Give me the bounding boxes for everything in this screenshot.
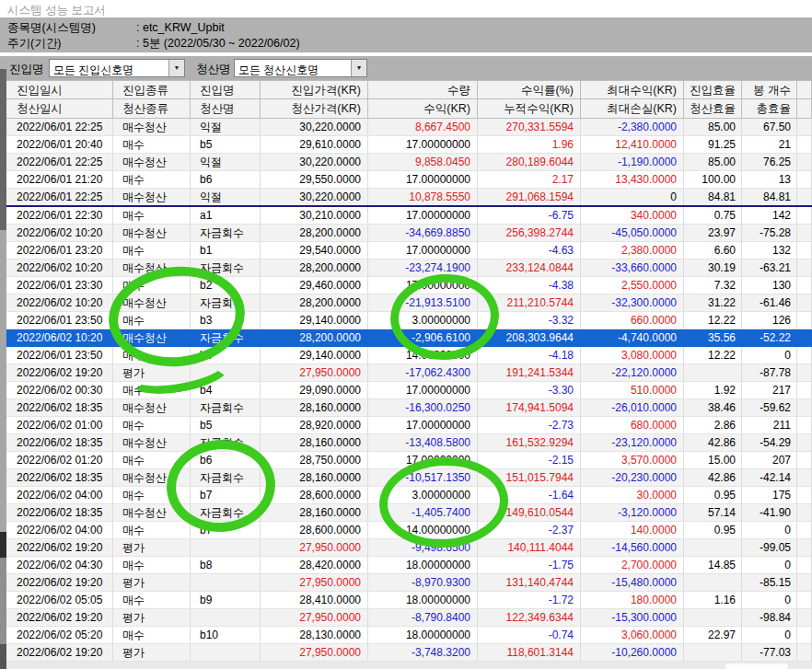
column-header[interactable]: 청산일시 xyxy=(6,99,113,119)
table-cell: 175 xyxy=(742,487,797,504)
table-row[interactable]: 2022/06/02 10:20매수청산자금회수28,200.0000-2,90… xyxy=(6,329,812,347)
table-row[interactable]: 2022/06/01 23:30매수b229,460.000017.000000… xyxy=(6,277,812,294)
table-row[interactable]: 2022/06/02 18:35매수청산자금회수28,160.0000-1,40… xyxy=(6,504,812,522)
table-cell xyxy=(797,329,812,347)
table-row[interactable]: 2022/06/02 10:20매수청산자금회수28,200.0000-34,6… xyxy=(6,225,812,242)
table-row[interactable]: 2022/06/01 22:30매수a130,210.000017.000000… xyxy=(6,207,812,225)
column-header[interactable]: 최대수익(KR) xyxy=(581,80,684,99)
table-cell: 3,570.0000 xyxy=(581,452,684,469)
table-cell: 57.14 xyxy=(684,504,742,522)
table-row[interactable]: 2022/06/02 19:20평가27,950.0000-8,970.9300… xyxy=(6,574,812,592)
table-cell: 510.0000 xyxy=(581,382,684,399)
column-header[interactable]: 청산가격(KR) xyxy=(261,99,368,119)
table-row[interactable]: 2022/06/02 18:35매수청산자금회수28,160.0000-10,5… xyxy=(6,469,812,487)
column-header[interactable]: 수익률(%) xyxy=(478,80,581,99)
table-cell: -15,480.0000 xyxy=(581,574,684,592)
table-cell: -10,260.0000 xyxy=(581,644,684,662)
table-cell: -23,120.0000 xyxy=(581,434,684,452)
table-row[interactable]: 2022/06/01 22:25매수청산익절30,220.00008,667.4… xyxy=(6,119,812,136)
column-header[interactable]: 청산명 xyxy=(191,99,261,119)
table-cell xyxy=(797,644,812,662)
table-cell xyxy=(797,364,812,382)
table-cell xyxy=(684,609,742,627)
column-header[interactable]: 청산종류 xyxy=(113,99,191,119)
exit-signal-combobox[interactable]: 모든 청산신호명 ▼ xyxy=(234,59,367,77)
table-cell: 140,111.4044 xyxy=(478,539,581,557)
table-cell xyxy=(797,504,812,522)
table-cell: 91.25 xyxy=(684,136,742,154)
entry-signal-combobox[interactable]: 모든 진입신호명 ▼ xyxy=(49,59,185,77)
table-row[interactable]: 2022/06/02 05:20매수b1028,130.000018.00000… xyxy=(6,627,812,644)
column-header[interactable]: 누적수익(KR) xyxy=(478,99,581,119)
exit-combobox-dropdown-button[interactable]: ▼ xyxy=(351,60,366,76)
table-cell: 30,210.0000 xyxy=(261,207,368,225)
column-header[interactable]: 수익(KR) xyxy=(368,99,478,119)
column-header[interactable] xyxy=(797,99,812,119)
table-row[interactable]: 2022/06/02 10:20매수청산자금회수28,200.0000-23,2… xyxy=(6,260,812,277)
column-header[interactable]: 진입효율 xyxy=(684,80,742,99)
table-cell: -33,660.0000 xyxy=(581,260,684,277)
column-header[interactable]: 봉 개수 xyxy=(742,80,797,99)
column-header[interactable]: 총효율 xyxy=(742,99,797,119)
table-cell: -9,498.6500 xyxy=(368,539,478,557)
table-cell: 15.00 xyxy=(684,452,742,469)
table-cell: -32,300.0000 xyxy=(581,294,684,312)
table-cell: -1,190.0000 xyxy=(581,154,684,171)
table-row[interactable]: 2022/06/02 04:00매수b728,600.000014.000000… xyxy=(6,522,812,539)
column-header[interactable]: 진입명 xyxy=(191,80,261,99)
table-cell xyxy=(797,347,812,364)
table-row[interactable]: 2022/06/02 01:00매수b528,920.000017.000000… xyxy=(6,417,812,434)
table-cell: 매수 xyxy=(113,382,191,399)
table-cell: 익절 xyxy=(191,189,261,205)
column-header[interactable]: 청산효율 xyxy=(684,99,742,119)
table-row[interactable]: 2022/06/01 23:50매수b329,140.00003.0000000… xyxy=(6,312,812,329)
table-row[interactable]: 2022/06/02 19:20평가27,950.0000-8,790.8400… xyxy=(6,609,812,627)
table-cell xyxy=(797,382,812,399)
column-header[interactable]: 수량 xyxy=(368,80,478,99)
column-header[interactable]: 최대손실(KR) xyxy=(581,99,684,119)
table-row[interactable]: 2022/06/02 04:00매수b728,600.00003.0000000… xyxy=(6,487,812,504)
table-cell: 매수청산 xyxy=(113,329,191,347)
table-cell: 42.86 xyxy=(684,469,742,487)
table-row[interactable]: 2022/06/02 04:30매수b828,420.000018.000000… xyxy=(6,557,812,574)
table-row[interactable]: 2022/06/01 22:25매수청산익절30,220.00009,858.0… xyxy=(6,154,812,171)
table-row[interactable]: 2022/06/01 23:20매수b129,540.000017.000000… xyxy=(6,242,812,260)
table-row[interactable]: 2022/06/02 19:20평가27,950.0000-17,062.430… xyxy=(6,364,812,382)
table-row[interactable]: 2022/06/02 01:20매수b628,750.000017.000000… xyxy=(6,452,812,469)
table-row[interactable]: 2022/06/02 10:20매수청산자금회수28,200.0000-21,9… xyxy=(6,294,812,312)
table-row[interactable]: 2022/06/02 19:20평가27,950.0000-3,748.3200… xyxy=(6,644,812,662)
table-cell xyxy=(797,312,812,329)
table-row[interactable]: 2022/06/01 20:40매수b529,610.000017.000000… xyxy=(6,136,812,154)
table-cell: 2022/06/02 19:20 xyxy=(6,364,113,382)
table-row[interactable]: 2022/06/01 21:20매수b629,550.000017.000000… xyxy=(6,171,812,189)
horizontal-scrollbar[interactable] xyxy=(6,662,812,669)
table-cell: 17.00000000 xyxy=(368,417,478,434)
column-header[interactable]: 진입종류 xyxy=(113,80,191,99)
table-cell: 161,532.9294 xyxy=(478,434,581,452)
table-cell xyxy=(797,452,812,469)
table-cell: 2022/06/01 22:25 xyxy=(6,119,113,136)
table-cell: 42.86 xyxy=(684,434,742,452)
column-header[interactable]: 진입일시 xyxy=(6,80,113,99)
table-cell: 130 xyxy=(742,277,797,294)
column-header[interactable] xyxy=(797,80,812,99)
table-cell: 30.19 xyxy=(684,260,742,277)
table-cell: 28,130.0000 xyxy=(261,627,368,644)
column-header[interactable]: 진입가격(KR) xyxy=(261,80,368,99)
table-row[interactable]: 2022/06/01 23:50매수b329,140.000014.000000… xyxy=(6,347,812,364)
table-row[interactable]: 2022/06/01 22:25매수청산익절30,220.000010,878.… xyxy=(6,189,812,207)
table-cell xyxy=(797,609,812,627)
table-cell: 151,015.7944 xyxy=(478,469,581,487)
table-cell: 85.00 xyxy=(684,154,742,171)
scrollbar-thumb[interactable] xyxy=(725,663,788,669)
table-cell: 23.97 xyxy=(684,225,742,242)
table-row[interactable]: 2022/06/02 18:35매수청산자금회수28,160.0000-16,3… xyxy=(6,399,812,417)
table-cell: 2022/06/02 01:00 xyxy=(6,417,113,434)
table-row[interactable]: 2022/06/02 18:35매수청산자금회수28,160.0000-13,4… xyxy=(6,434,812,452)
table-row[interactable]: 2022/06/02 19:20평가27,950.0000-9,498.6500… xyxy=(6,539,812,557)
table-row[interactable]: 2022/06/02 00:30매수b429,090.000017.000000… xyxy=(6,382,812,399)
table-cell: 17.00000000 xyxy=(368,452,478,469)
table-cell: 매수 xyxy=(113,171,191,189)
table-row[interactable]: 2022/06/02 05:05매수b928,410.000018.000000… xyxy=(6,592,812,609)
entry-combobox-dropdown-button[interactable]: ▼ xyxy=(168,60,184,76)
